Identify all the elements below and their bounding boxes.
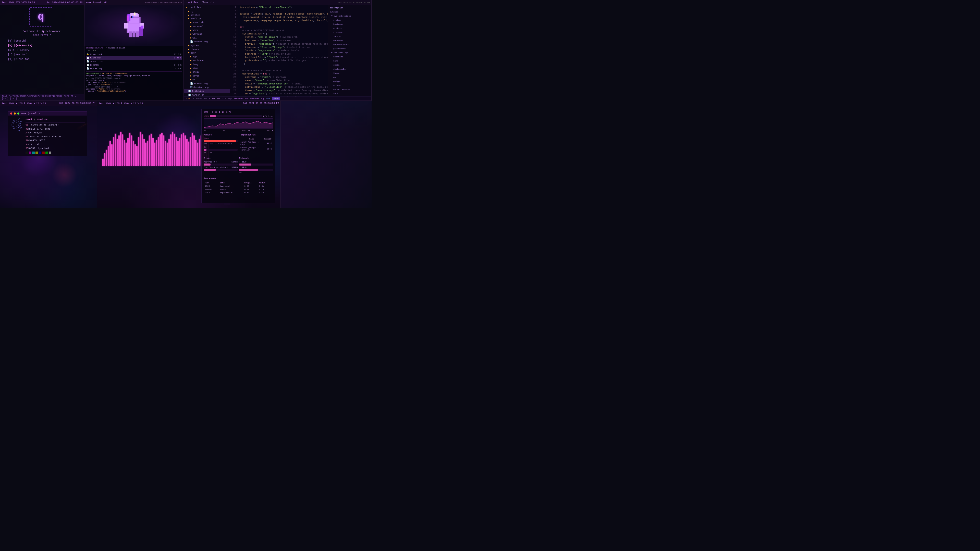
tree-item[interactable]: ▼ profiles [184, 17, 230, 21]
qutebrowser-menu: [o] [Search] [b] [Quickmarks] [S h] [His… [3, 39, 81, 62]
vis-bar [140, 132, 141, 166]
tree-item[interactable]: 📄 README.org [184, 40, 230, 44]
vis-bar [188, 141, 189, 166]
sysmon-disk-dev1: /dev/da-0 / 504GB [204, 161, 238, 163]
vis-bar [124, 140, 125, 166]
fm-content: emmet@snowfire ~/ rapidash-galar Top-lev… [84, 5, 183, 100]
tree-item[interactable]: 📄 harden.sh [184, 93, 230, 97]
tree-item[interactable]: ▶ personal [184, 24, 230, 28]
filemanager-titlebar: emmetPsnowFireP home/emmet/.dotfiles/fla… [84, 0, 183, 5]
tree-root[interactable]: ▼ .dotfiles [184, 6, 230, 10]
tree-item[interactable]: 📄 README.org [184, 82, 230, 86]
nix-logo-art: \\ // \\ // // \\// \\ //\\ \\ // \\ // [10, 118, 22, 154]
nf-max-dot[interactable] [18, 113, 19, 114]
sysmon-disk2-bar-container [204, 169, 238, 171]
tree-item[interactable]: ▶ themes [184, 48, 230, 51]
editor-statusbar-filename: flake.nix [209, 97, 220, 100]
tree-item[interactable]: ▶ patches [184, 13, 230, 17]
tree-item[interactable]: ▶ work [184, 28, 230, 32]
nf-arch-row: ARCH: x86_64 [25, 131, 85, 135]
code-line [240, 22, 326, 26]
vis-bar [192, 133, 193, 166]
sym-item: name [328, 59, 371, 63]
tree-item[interactable]: ▶ system [184, 44, 230, 48]
sym-item: ▼ systemSettings [328, 14, 371, 18]
tree-item[interactable]: ▶ hardware [184, 59, 230, 62]
table-row[interactable]: 📄 flake.nix 2.26 K [86, 56, 182, 60]
menu-bookmarks[interactable]: [b] [Quickmarks] [8, 43, 76, 48]
nf-color-palette [25, 151, 85, 154]
sysmon-cpu-stats: 0s 0s AVG: 10 0%: 8 [204, 129, 273, 132]
tree-item[interactable]: ▶ worklab [184, 32, 230, 36]
nf-shell-row: SHELL: zsh [25, 143, 85, 147]
tree-item[interactable]: ▶ .git [184, 10, 230, 13]
tree-item[interactable]: ▶ wsl [184, 36, 230, 40]
vis-bar [106, 150, 107, 166]
sysmon-panel: CPU - 1.53 1.14 0.78 100% CPU line 0s 0s… [201, 109, 275, 203]
bm-title: Tech 100% ❱ 20% ❱ 100% ❱ 25 ❱ 28 [99, 102, 143, 105]
color-swatch [29, 151, 32, 154]
tree-item-flake[interactable]: 📄 flake.nix [184, 89, 230, 93]
qutebrowser-content: q Welcome to Qutebrowser Tech Profile [o… [0, 5, 84, 94]
sysmon-cpu-percent: CPU line [263, 115, 273, 118]
editor-body: ▼ .dotfiles ▶ .git ▶ patches ▼ profiles … [184, 5, 371, 97]
sysmon-disk-section: Disks /dev/da-0 / 504GB /dev/da-0 /nix/s… [204, 157, 238, 174]
cpu-mini-graph [204, 118, 273, 129]
code-line: locale = "en_US.UTF-8"; # select locale [240, 49, 326, 52]
vis-bar [126, 143, 127, 166]
tree-item[interactable]: ▶ home lab [184, 21, 230, 24]
sysmon-mem-bar-container [204, 140, 238, 142]
code-line: org-nursery, org-yaap, org-side-tree, or… [240, 19, 326, 22]
table-row: card0 (amdgpu): edge 49°C [240, 141, 272, 146]
vis-bar [104, 153, 105, 166]
color-swatch [45, 151, 48, 154]
music-visualizer [102, 127, 184, 166]
menu-newtab[interactable]: [t] [New tab] [8, 52, 76, 57]
tree-item[interactable]: ▶ pkgs [184, 66, 230, 70]
proc-mem: 0.7% [258, 188, 272, 191]
nf-close-dot[interactable] [10, 113, 12, 114]
nf-title: emmet@snowfire [21, 112, 40, 115]
code-line: username = "emmet"; # username [240, 76, 326, 79]
sym-item: profile [328, 26, 371, 30]
color-swatch [49, 151, 51, 154]
nf-min-dot[interactable] [14, 113, 16, 114]
vis-bar [145, 143, 146, 166]
table-row[interactable]: 📄 README.org 4.7 K [86, 67, 182, 70]
table-row[interactable]: 📄 install.nix [86, 60, 182, 63]
vis-bar [169, 139, 170, 166]
tree-item[interactable]: 🖼 desktop.png [184, 86, 230, 89]
menu-history[interactable]: [S h] [History] [8, 48, 76, 52]
qutebrowser-statusbar: file:///home/emmet/.browser/Tech/config/… [0, 94, 84, 100]
sysmon-cpu-section: CPU - 1.53 1.14 0.78 100% CPU line 0s 0s… [204, 111, 273, 132]
nf-username-host: emmet @ snowfire [25, 118, 85, 121]
vis-bar [135, 144, 136, 166]
tree-item[interactable]: ▶ style [184, 74, 230, 78]
vis-bar [174, 134, 175, 166]
bottom-left-panel: Tech 100% ❱ 20% ❱ 100% ❱ 25 ❱ 28 Sat 202… [0, 101, 97, 208]
table-row[interactable]: 🔒 flake.lock 27.5 K [86, 52, 182, 56]
tree-item[interactable]: ▶ lang [184, 62, 230, 66]
tree-item[interactable]: ▶ shell [184, 70, 230, 74]
vis-bar [181, 135, 182, 166]
table-row[interactable]: 📄 LICENSE 34.2 K [86, 63, 182, 67]
table-row: card0 (amdgpu): junction 58°C [240, 146, 272, 151]
filemanager-panel: emmetPsnowFireP home/emmet/.dotfiles/fla… [84, 0, 184, 101]
proc-th-name: Name [219, 181, 243, 184]
net-sent-bar-container [239, 164, 273, 165]
sym-item: defaultRoamDir [328, 87, 371, 92]
table-row: 2520 Hyprland 0.35 0.4% [204, 185, 272, 187]
tree-item[interactable]: ▶ wm [184, 78, 230, 82]
tree-item[interactable]: ▼ user [184, 51, 230, 55]
sysmon-disk-dev2: /dev/da-0 /nix/store 504GB [204, 166, 238, 168]
vis-bar [108, 146, 109, 166]
sym-item: system [328, 18, 371, 22]
nf-titlebar: emmet@snowfire [8, 111, 87, 116]
sym-item: bootMountPath [328, 43, 371, 47]
menu-close[interactable]: [x] [Close tab] [8, 57, 76, 62]
vis-bar [127, 138, 129, 166]
vis-bar [154, 143, 156, 166]
tree-item[interactable]: ▶ app [184, 55, 230, 59]
sym-item: dotfilesDir [328, 67, 371, 71]
menu-search[interactable]: [o] [Search] [8, 39, 76, 43]
